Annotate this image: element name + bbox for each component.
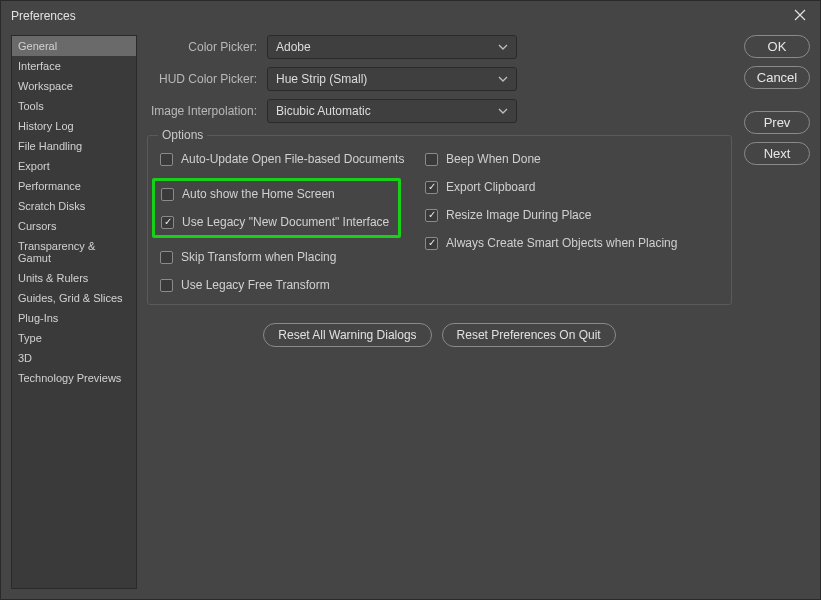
checkbox-label: Auto-Update Open File-based Documents xyxy=(181,152,404,166)
sidebar-item-plug-ins[interactable]: Plug-Ins xyxy=(12,308,136,328)
sidebar-item-type[interactable]: Type xyxy=(12,328,136,348)
checkbox-icon xyxy=(425,153,438,166)
checkbox-icon xyxy=(425,181,438,194)
use-legacy-free-transform-checkbox[interactable]: Use Legacy Free Transform xyxy=(158,276,423,294)
auto-show-home-checkbox[interactable]: Auto show the Home Screen xyxy=(159,185,394,203)
sidebar-item-3d[interactable]: 3D xyxy=(12,348,136,368)
chevron-down-icon xyxy=(498,74,508,84)
checkbox-icon xyxy=(425,237,438,250)
sidebar-item-technology-previews[interactable]: Technology Previews xyxy=(12,368,136,388)
checkbox-label: Skip Transform when Placing xyxy=(181,250,336,264)
next-button[interactable]: Next xyxy=(744,142,810,165)
category-sidebar: General Interface Workspace Tools Histor… xyxy=(11,35,137,589)
options-legend: Options xyxy=(158,128,207,142)
hud-color-picker-label: HUD Color Picker: xyxy=(147,72,267,86)
action-buttons: OK Cancel Prev Next xyxy=(744,35,810,589)
sidebar-item-history-log[interactable]: History Log xyxy=(12,116,136,136)
image-interpolation-label: Image Interpolation: xyxy=(147,104,267,118)
checkbox-label: Use Legacy "New Document" Interface xyxy=(182,215,389,229)
sidebar-item-units-rulers[interactable]: Units & Rulers xyxy=(12,268,136,288)
reset-warning-dialogs-button[interactable]: Reset All Warning Dialogs xyxy=(263,323,431,347)
checkbox-label: Always Create Smart Objects when Placing xyxy=(446,236,677,250)
reset-preferences-on-quit-button[interactable]: Reset Preferences On Quit xyxy=(442,323,616,347)
sidebar-item-performance[interactable]: Performance xyxy=(12,176,136,196)
always-create-smart-objects-checkbox[interactable]: Always Create Smart Objects when Placing xyxy=(423,234,721,252)
checkbox-icon xyxy=(425,209,438,222)
checkbox-label: Resize Image During Place xyxy=(446,208,591,222)
sidebar-item-export[interactable]: Export xyxy=(12,156,136,176)
sidebar-item-tools[interactable]: Tools xyxy=(12,96,136,116)
checkbox-label: Use Legacy Free Transform xyxy=(181,278,330,292)
checkbox-icon xyxy=(160,251,173,264)
preferences-window: Preferences General Interface Workspace … xyxy=(0,0,821,600)
sidebar-item-interface[interactable]: Interface xyxy=(12,56,136,76)
chevron-down-icon xyxy=(498,42,508,52)
ok-button[interactable]: OK xyxy=(744,35,810,58)
settings-panel: Color Picker: Adobe HUD Color Picker: Hu… xyxy=(147,35,732,589)
titlebar: Preferences xyxy=(1,1,820,31)
checkbox-icon xyxy=(160,279,173,292)
sidebar-item-scratch-disks[interactable]: Scratch Disks xyxy=(12,196,136,216)
hud-color-picker-value: Hue Strip (Small) xyxy=(276,72,367,86)
resize-image-during-place-checkbox[interactable]: Resize Image During Place xyxy=(423,206,721,224)
checkbox-label: Export Clipboard xyxy=(446,180,535,194)
highlighted-region: Auto show the Home Screen Use Legacy "Ne… xyxy=(152,178,401,238)
sidebar-item-guides-grid-slices[interactable]: Guides, Grid & Slices xyxy=(12,288,136,308)
close-button[interactable] xyxy=(790,4,810,28)
window-title: Preferences xyxy=(11,9,76,23)
checkbox-icon xyxy=(160,153,173,166)
options-fieldset: Options Auto-Update Open File-based Docu… xyxy=(147,135,732,305)
checkbox-icon xyxy=(161,188,174,201)
skip-transform-checkbox[interactable]: Skip Transform when Placing xyxy=(158,248,423,266)
image-interpolation-select[interactable]: Bicubic Automatic xyxy=(267,99,517,123)
checkbox-label: Beep When Done xyxy=(446,152,541,166)
color-picker-select[interactable]: Adobe xyxy=(267,35,517,59)
checkbox-label: Auto show the Home Screen xyxy=(182,187,335,201)
sidebar-item-file-handling[interactable]: File Handling xyxy=(12,136,136,156)
chevron-down-icon xyxy=(498,106,508,116)
image-interpolation-value: Bicubic Automatic xyxy=(276,104,371,118)
hud-color-picker-select[interactable]: Hue Strip (Small) xyxy=(267,67,517,91)
color-picker-label: Color Picker: xyxy=(147,40,267,54)
use-legacy-new-document-checkbox[interactable]: Use Legacy "New Document" Interface xyxy=(159,213,394,231)
beep-when-done-checkbox[interactable]: Beep When Done xyxy=(423,150,721,168)
close-icon xyxy=(794,9,806,21)
sidebar-item-cursors[interactable]: Cursors xyxy=(12,216,136,236)
checkbox-icon xyxy=(161,216,174,229)
cancel-button[interactable]: Cancel xyxy=(744,66,810,89)
sidebar-item-workspace[interactable]: Workspace xyxy=(12,76,136,96)
sidebar-item-general[interactable]: General xyxy=(12,36,136,56)
sidebar-item-transparency-gamut[interactable]: Transparency & Gamut xyxy=(12,236,136,268)
auto-update-checkbox[interactable]: Auto-Update Open File-based Documents xyxy=(158,150,423,168)
prev-button[interactable]: Prev xyxy=(744,111,810,134)
export-clipboard-checkbox[interactable]: Export Clipboard xyxy=(423,178,721,196)
color-picker-value: Adobe xyxy=(276,40,311,54)
